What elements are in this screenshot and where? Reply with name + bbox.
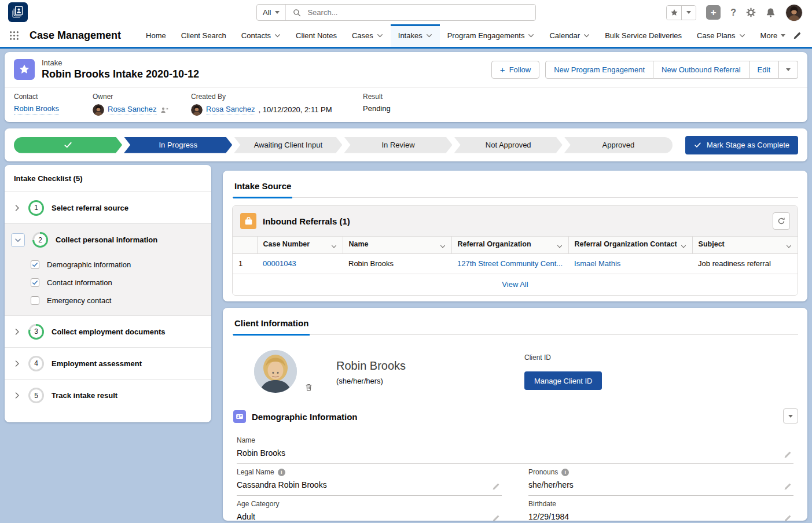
checkbox-checked[interactable] [31, 260, 39, 269]
checklist-item-3[interactable]: 3 Collect employment documents [5, 316, 211, 348]
chevron-down-icon [583, 32, 590, 39]
created-by-link[interactable]: Rosa Sanchez [206, 105, 255, 115]
referral-organization-contact-link[interactable]: Ismael Mathis [574, 259, 620, 268]
tab-intakes[interactable]: Intakes [391, 24, 440, 47]
field-created-by: Created By Rosa Sanchez , 10/12/2020, 2:… [191, 93, 363, 116]
app-launcher-button[interactable] [9, 31, 19, 40]
check-icon [32, 262, 38, 268]
tab-client-search[interactable]: Client Search [174, 24, 234, 47]
chevron-right-icon[interactable] [13, 360, 21, 367]
field-pronouns: Pronounsi she/her/hers [528, 464, 793, 496]
related-list-footer: View All [233, 274, 798, 295]
record-header-card: Intake Robin Brooks Intake 2020-10-12 +F… [5, 52, 807, 122]
tab-bulk-service-deliveries[interactable]: Bulk Service Deliveries [597, 24, 689, 47]
contact-link[interactable]: Robin Brooks [14, 104, 59, 115]
new-program-engagement-button[interactable]: New Program Engagement [545, 61, 653, 79]
stage-approved[interactable]: Approved [564, 137, 673, 153]
field-owner: Owner Rosa Sanchez [93, 93, 191, 116]
checkbox-checked[interactable] [31, 278, 39, 287]
refresh-button[interactable] [773, 212, 790, 230]
manage-client-id-button[interactable]: Manage Client ID [524, 371, 602, 390]
client-name-block: Robin Brooks (she/her/hers) [336, 350, 406, 393]
collapse-section-button[interactable] [783, 408, 798, 423]
owner-avatar [93, 104, 104, 116]
client-photo[interactable] [254, 350, 297, 393]
collapse-item-button[interactable] [11, 233, 25, 247]
demographic-fields: Name Robin Brooks Legal Namei Cassandra … [232, 432, 798, 521]
more-actions-button[interactable] [779, 61, 798, 79]
search-input-wrap [286, 8, 535, 17]
edit-button[interactable]: Edit [749, 61, 779, 79]
chevron-right-icon[interactable] [13, 204, 21, 212]
related-list-header: Inbound Referrals (1) [233, 206, 798, 236]
id-card-icon [236, 412, 244, 421]
tab-home[interactable]: Home [138, 24, 174, 47]
mark-stage-complete-button[interactable]: Mark Stage as Complete [685, 136, 798, 154]
global-actions-button[interactable]: + [706, 5, 721, 20]
step-progress-ring: 2 [32, 232, 48, 248]
tab-calendar[interactable]: Calendar [542, 24, 597, 47]
notifications-button[interactable] [766, 8, 776, 17]
info-icon[interactable]: i [561, 469, 569, 476]
chevron-right-icon[interactable] [13, 392, 21, 399]
stage-completed[interactable] [14, 137, 122, 153]
pencil-icon [492, 514, 500, 521]
tab-more[interactable]: More [753, 24, 793, 47]
favorites-menu-button[interactable] [681, 6, 696, 20]
referral-organization-link[interactable]: 127th Street Community Cent... [457, 259, 563, 268]
stage-in-review[interactable]: In Review [344, 137, 452, 153]
column-referral-organization-contact[interactable]: Referral Organization Contact [568, 237, 692, 254]
tab-client-information[interactable]: Client Information [233, 316, 310, 336]
step-progress-ring: 3 [28, 324, 44, 340]
checklist-item-5[interactable]: 5 Track intake result [5, 380, 211, 411]
app-logo[interactable] [8, 2, 28, 22]
checklist-item-2[interactable]: 2 Collect personal information [5, 224, 211, 256]
tab-cases[interactable]: Cases [344, 24, 391, 47]
created-by-datetime: , 10/12/2020, 2:11 PM [259, 105, 332, 115]
tab-case-plans[interactable]: Case Plans [689, 24, 752, 47]
column-referral-organization[interactable]: Referral Organization [451, 237, 568, 254]
column-subject[interactable]: Subject [692, 237, 798, 254]
edit-field-button[interactable] [492, 483, 500, 491]
edit-field-button[interactable] [492, 514, 500, 521]
edit-field-button[interactable] [784, 451, 792, 459]
pencil-icon [492, 483, 500, 491]
setup-button[interactable] [746, 8, 756, 17]
tab-intake-source[interactable]: Intake Source [233, 179, 292, 198]
owner-link[interactable]: Rosa Sanchez [108, 105, 157, 115]
checkbox-unchecked[interactable] [31, 296, 39, 305]
info-icon[interactable]: i [278, 469, 285, 476]
view-all-link[interactable]: View All [502, 280, 528, 289]
edit-field-button[interactable] [784, 483, 792, 491]
header-utility-icons: + ? [666, 4, 803, 21]
inbound-referral-object-icon [240, 213, 256, 229]
checklist-item-1[interactable]: 1 Select referral source [5, 192, 211, 224]
new-outbound-referral-button[interactable]: New Outbound Referral [653, 61, 749, 79]
checklist-item-4[interactable]: 4 Employment assessment [5, 348, 211, 380]
chevron-right-icon[interactable] [13, 328, 21, 336]
tab-contacts[interactable]: Contacts [234, 24, 288, 47]
edit-field-button[interactable] [784, 514, 792, 521]
favorite-star-button[interactable] [667, 6, 681, 20]
intake-object-icon [14, 59, 35, 80]
follow-button[interactable]: +Follow [491, 61, 539, 79]
row-number: 1 [233, 254, 257, 274]
global-header: All + ? Case Management Home Client Sear [0, 0, 812, 49]
stage-in-progress[interactable]: In Progress [124, 137, 232, 153]
stage-awaiting-client-input[interactable]: Awaiting Client Input [234, 137, 342, 153]
search-input[interactable] [306, 8, 528, 17]
tab-program-engagements[interactable]: Program Engagements [440, 24, 542, 47]
edit-page-pencil-button[interactable] [793, 31, 802, 40]
column-name[interactable]: Name [343, 237, 451, 254]
help-button[interactable]: ? [730, 8, 736, 18]
favorites-button-group [666, 5, 696, 20]
search-scope-dropdown[interactable]: All [257, 5, 286, 20]
delete-photo-button[interactable] [304, 383, 313, 392]
change-owner-icon[interactable] [160, 106, 169, 114]
tab-client-notes[interactable]: Client Notes [288, 24, 344, 47]
user-profile-avatar[interactable] [785, 4, 803, 21]
chevron-down-icon [274, 32, 281, 39]
case-number-link[interactable]: 00001043 [263, 259, 296, 268]
column-case-number[interactable]: Case Number [257, 237, 343, 254]
stage-not-approved[interactable]: Not Approved [454, 137, 563, 153]
